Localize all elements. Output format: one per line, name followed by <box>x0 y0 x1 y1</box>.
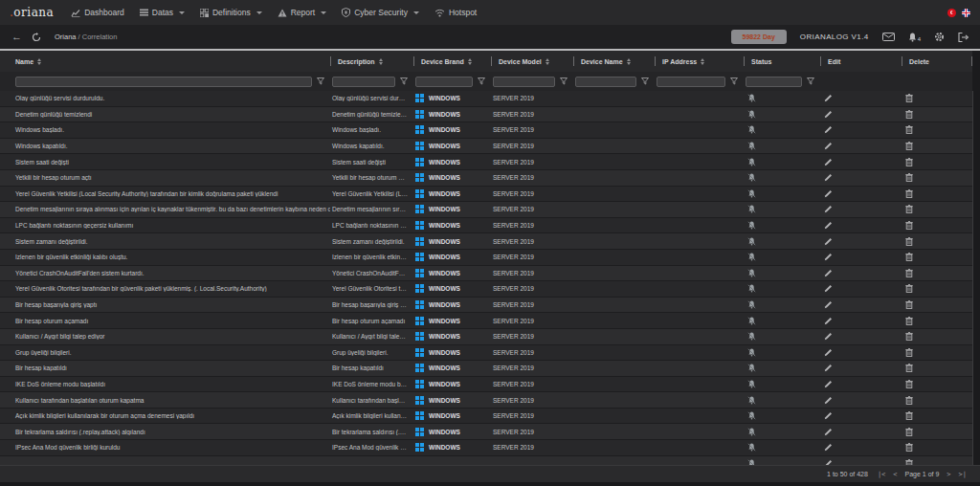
table-row[interactable]: Yetkili bir hesap oturum açtı Yetkili bi… <box>0 170 972 187</box>
pencil-icon[interactable] <box>824 173 833 182</box>
pencil-icon[interactable] <box>824 284 833 293</box>
pencil-icon[interactable] <box>824 428 833 436</box>
bell-slash-icon[interactable] <box>747 380 756 388</box>
bell-slash-icon[interactable] <box>747 205 756 213</box>
notification-bell-icon[interactable]: 4 <box>908 33 921 42</box>
trash-icon[interactable] <box>905 125 913 134</box>
pencil-icon[interactable] <box>824 396 833 405</box>
table-row[interactable]: IKE DoS önleme modu başlatıldı IKE DoS ö… <box>0 377 972 393</box>
table-row[interactable]: Windows başladı. Windows başladı. WINDOW… <box>0 122 972 139</box>
bell-slash-icon[interactable] <box>747 459 756 465</box>
table-row[interactable]: LPC bağlantı noktasının geçersiz kullanı… <box>0 218 972 234</box>
bell-slash-icon[interactable] <box>747 142 756 150</box>
filter-input-device-brand[interactable] <box>415 77 473 87</box>
trash-icon[interactable] <box>905 205 913 213</box>
logout-icon[interactable] <box>958 33 969 42</box>
column-header-name[interactable]: Name <box>13 51 330 72</box>
nav-item-report[interactable]: Report <box>278 8 327 17</box>
bell-slash-icon[interactable] <box>747 332 756 341</box>
trash-icon[interactable] <box>905 269 913 277</box>
pencil-icon[interactable] <box>824 158 833 166</box>
trash-icon[interactable] <box>905 348 913 357</box>
table-row[interactable]: Bir hesap kapatıldı Bir hesap kapatıldı … <box>0 361 972 377</box>
table-row[interactable]: Bir hesap oturum açamadı Bir hesap oturu… <box>0 313 972 329</box>
nav-item-datas[interactable]: Datas <box>140 8 185 17</box>
trash-icon[interactable] <box>905 253 913 261</box>
table-row[interactable]: Denetim günlüğü temizlendi Denetim günlü… <box>0 107 972 123</box>
filter-input-ip-address[interactable] <box>657 77 725 87</box>
bell-slash-icon[interactable] <box>747 428 756 436</box>
pencil-icon[interactable] <box>824 380 833 388</box>
trash-icon[interactable] <box>905 189 913 198</box>
table-row[interactable]: IPsec Ana Mod güvenlik birliği kuruldu I… <box>0 440 972 456</box>
pencil-icon[interactable] <box>824 221 833 230</box>
funnel-icon[interactable] <box>641 77 649 85</box>
pencil-icon[interactable] <box>824 269 833 277</box>
table-row[interactable]: Kullanıcı tarafından başlatılan oturum k… <box>0 392 972 409</box>
table-row[interactable]: Kullanıcı / Aygıt bilgi talep ediyor Kul… <box>0 329 972 345</box>
pencil-icon[interactable] <box>824 189 833 198</box>
table-row[interactable]: Bir hesap başarıyla giriş yaptı Bir hesa… <box>0 298 972 314</box>
bell-slash-icon[interactable] <box>747 364 756 372</box>
filter-input-device-name[interactable] <box>575 77 636 87</box>
breadcrumb-root[interactable]: Oriana <box>55 33 77 41</box>
trash-icon[interactable] <box>905 364 913 372</box>
funnel-icon[interactable] <box>730 77 738 85</box>
nav-item-definitions[interactable]: Definitions <box>200 8 262 17</box>
column-header-status[interactable]: Status <box>744 51 820 72</box>
bell-slash-icon[interactable] <box>747 125 756 134</box>
bell-slash-icon[interactable] <box>747 396 756 405</box>
table-row[interactable]: Yerel Güvenlik Yetkilisi (Local Security… <box>0 187 972 203</box>
bell-slash-icon[interactable] <box>747 269 756 277</box>
table-row[interactable]: Olay günlüğü servisi durduruldu. Olay gü… <box>0 91 972 107</box>
pencil-icon[interactable] <box>824 459 833 465</box>
trash-icon[interactable] <box>905 142 913 150</box>
first-page-button[interactable]: |< <box>878 471 885 478</box>
column-header-device-name[interactable]: Device Name <box>573 51 655 72</box>
bell-slash-icon[interactable] <box>747 443 756 452</box>
table-row[interactable]: Bir tekrarlama saldırısı (.replay.attack… <box>0 424 972 440</box>
pencil-icon[interactable] <box>824 142 833 150</box>
funnel-icon[interactable] <box>560 77 568 85</box>
column-header-device-brand[interactable]: Device Brand <box>413 51 491 72</box>
trash-icon[interactable] <box>905 443 913 452</box>
pencil-icon[interactable] <box>824 411 833 420</box>
bell-slash-icon[interactable] <box>747 284 756 293</box>
trash-icon[interactable] <box>905 396 913 405</box>
pencil-icon[interactable] <box>824 205 833 213</box>
trash-icon[interactable] <box>905 221 913 230</box>
filter-input-description[interactable] <box>332 77 395 87</box>
gear-icon[interactable] <box>934 32 945 42</box>
bell-slash-icon[interactable] <box>747 221 756 230</box>
nav-item-hotspot[interactable]: Hotspot <box>434 8 477 17</box>
table-row[interactable]: Denetim mesajlarının sıraya alınması içi… <box>0 202 972 218</box>
trash-icon[interactable] <box>905 110 913 119</box>
english-flag-icon[interactable] <box>962 9 970 17</box>
filter-input-device-model[interactable] <box>493 77 555 87</box>
back-arrow-icon[interactable]: ← <box>11 32 22 42</box>
trash-icon[interactable] <box>905 411 913 420</box>
pencil-icon[interactable] <box>824 317 833 325</box>
pencil-icon[interactable] <box>824 110 833 119</box>
table-row[interactable]: Windows kapatıldı. Windows kapatıldı. WI… <box>0 139 972 155</box>
pencil-icon[interactable] <box>824 94 833 102</box>
trash-icon[interactable] <box>905 158 913 166</box>
table-row[interactable]: İzlenen bir güvenlik etkinliği kalıbı ol… <box>0 250 972 266</box>
bell-slash-icon[interactable] <box>747 300 756 309</box>
trash-icon[interactable] <box>905 332 913 341</box>
bell-slash-icon[interactable] <box>747 317 756 325</box>
pencil-icon[interactable] <box>824 253 833 261</box>
funnel-icon[interactable] <box>807 77 814 85</box>
bell-slash-icon[interactable] <box>747 173 756 182</box>
trash-icon[interactable] <box>905 380 913 388</box>
funnel-icon[interactable] <box>317 77 324 85</box>
bell-slash-icon[interactable] <box>747 411 756 420</box>
mail-icon[interactable] <box>882 33 895 41</box>
nav-item-cyber-security[interactable]: Cyber Security <box>342 8 419 17</box>
filter-input-name[interactable] <box>15 77 312 87</box>
column-header-description[interactable]: Description <box>330 51 413 72</box>
trash-icon[interactable] <box>905 94 913 102</box>
column-header-device-model[interactable]: Device Model <box>491 51 573 72</box>
refresh-icon[interactable] <box>32 33 41 42</box>
pencil-icon[interactable] <box>824 237 833 246</box>
